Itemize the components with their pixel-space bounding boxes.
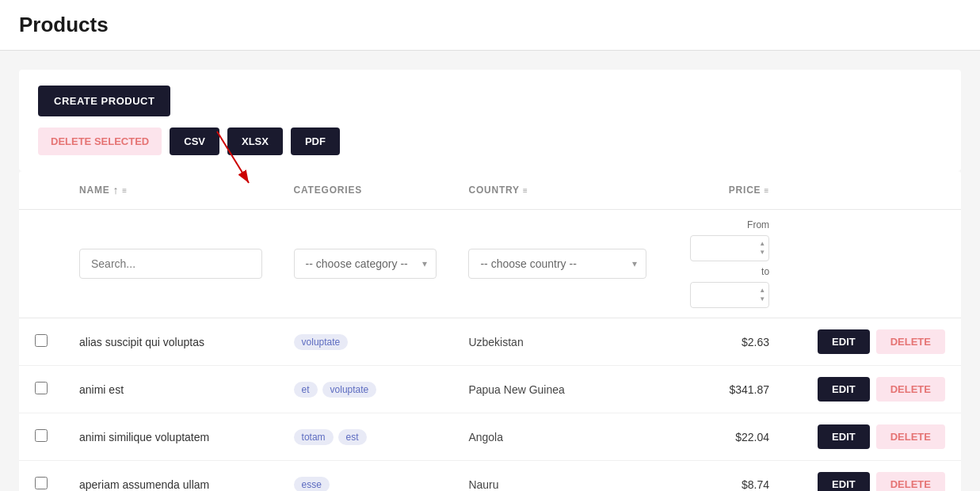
th-actions (785, 171, 961, 210)
country-filter-cell: -- choose country -- (452, 210, 662, 318)
table-row: animi estetvoluptatePapua New Guinea$341… (19, 366, 961, 413)
category-tag: esse (294, 477, 330, 492)
table-row: alias suscipit qui voluptasvoluptateUzbe… (19, 318, 961, 366)
price-filter-cell: From ▲ ▼ to (662, 210, 785, 318)
row-checkbox[interactable] (35, 477, 48, 489)
price-from-up[interactable]: ▲ (757, 239, 768, 249)
product-country: Angola (452, 413, 662, 461)
delete-button[interactable]: DELETE (876, 472, 945, 491)
product-name: alias suscipit qui voluptas (63, 318, 278, 366)
row-checkbox-cell (19, 461, 63, 492)
product-categories: etvoluptate (278, 366, 453, 413)
row-checkbox-cell (19, 318, 63, 366)
edit-button[interactable]: EDIT (818, 472, 870, 491)
filter-price-icon[interactable]: ≡ (764, 186, 769, 195)
row-checkbox-cell (19, 366, 63, 413)
category-tag: totam (294, 429, 334, 445)
pdf-export-button[interactable]: PDF (291, 128, 340, 155)
category-tag: est (338, 429, 367, 445)
th-price[interactable]: PRICE ≡ (662, 171, 785, 210)
product-actions: EDITDELETE (785, 318, 961, 366)
product-country: Papua New Guinea (452, 366, 662, 413)
category-tag: voluptate (322, 382, 377, 398)
price-to-label: to (678, 266, 769, 277)
th-name[interactable]: NAME ↑ ≡ (63, 171, 278, 210)
filter-country-icon[interactable]: ≡ (523, 186, 528, 195)
th-checkbox (19, 171, 63, 210)
price-to-down[interactable]: ▼ (757, 295, 768, 305)
delete-button[interactable]: DELETE (876, 329, 945, 354)
product-country: Uzbekistan (452, 318, 662, 366)
edit-button[interactable]: EDIT (818, 424, 870, 449)
price-to-up[interactable]: ▲ (757, 286, 768, 295)
create-product-button[interactable]: CREATE PRODUCT (38, 86, 170, 116)
product-price: $2.63 (662, 318, 785, 366)
product-actions: EDITDELETE (785, 461, 961, 492)
product-actions: EDITDELETE (785, 366, 961, 413)
category-tag: voluptate (294, 334, 349, 350)
product-actions: EDITDELETE (785, 413, 961, 461)
th-categories: CATEGORIES (278, 171, 453, 210)
product-price: $8.74 (662, 461, 785, 492)
delete-selected-button[interactable]: DELETE SELECTED (38, 128, 162, 155)
product-country: Nauru (452, 461, 662, 492)
th-country[interactable]: COUNTRY ≡ (452, 171, 662, 210)
table-row: aperiam assumenda ullamesseNauru$8.74EDI… (19, 461, 961, 492)
delete-button[interactable]: DELETE (876, 424, 945, 449)
price-from-down[interactable]: ▼ (757, 249, 768, 258)
sort-icon[interactable]: ↑ (113, 184, 120, 196)
filter-row: -- choose category -- -- choose country … (19, 210, 961, 318)
search-cell (63, 210, 278, 318)
country-select[interactable]: -- choose country -- (468, 249, 646, 279)
category-filter-cell: -- choose category -- (278, 210, 453, 318)
row-checkbox[interactable] (35, 382, 48, 394)
category-select[interactable]: -- choose category -- (294, 249, 437, 279)
table-row: animi similique voluptatemtotamestAngola… (19, 413, 961, 461)
delete-button[interactable]: DELETE (876, 377, 945, 402)
filter-name-icon[interactable]: ≡ (122, 186, 128, 195)
row-checkbox[interactable] (35, 429, 48, 442)
price-from-label: From (678, 219, 769, 230)
product-name: animi similique voluptatem (63, 413, 278, 461)
product-categories: totamest (278, 413, 453, 461)
row-checkbox[interactable] (35, 334, 48, 347)
product-categories: voluptate (278, 318, 453, 366)
edit-button[interactable]: EDIT (818, 329, 870, 354)
page-title: Products (19, 13, 961, 37)
csv-export-button[interactable]: CSV (170, 128, 219, 155)
xlsx-export-button[interactable]: XLSX (227, 128, 283, 155)
product-categories: esse (278, 461, 453, 492)
product-name: animi est (63, 366, 278, 413)
product-price: $341.87 (662, 366, 785, 413)
category-tag: et (294, 382, 318, 398)
row-checkbox-cell (19, 413, 63, 461)
search-input[interactable] (79, 249, 262, 279)
edit-button[interactable]: EDIT (818, 377, 870, 402)
product-name: aperiam assumenda ullam (63, 461, 278, 492)
product-price: $22.04 (662, 413, 785, 461)
